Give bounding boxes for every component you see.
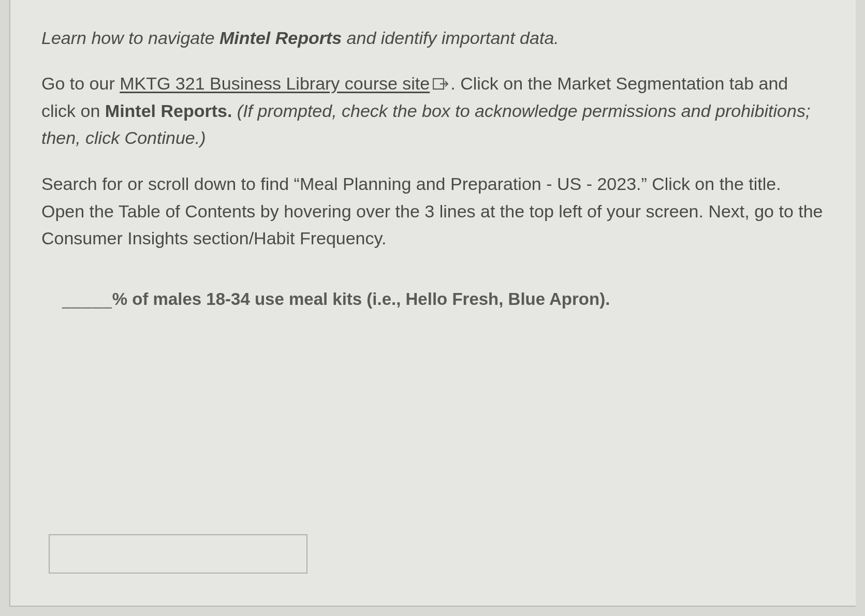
intro-text: Learn how to navigate Mintel Reports and… <box>41 25 825 51</box>
intro-bold: Mintel Reports <box>219 28 342 48</box>
p1-bold: Mintel Reports. <box>105 101 232 121</box>
question-card: Learn how to navigate Mintel Reports and… <box>9 0 856 607</box>
fill-blank: _____ <box>62 289 112 309</box>
question-text: _____% of males 18-34 use meal kits (i.e… <box>41 289 825 309</box>
instructions-para-2: Search for or scroll down to find “Meal … <box>41 170 825 252</box>
intro-suffix: and identify important data. <box>342 28 559 48</box>
external-link-icon <box>433 77 448 91</box>
question-body: % of males 18-34 use meal kits (i.e., He… <box>112 289 610 309</box>
course-site-link[interactable]: MKTG 321 Business Library course site <box>120 74 430 93</box>
instructions-para-1: Go to our MKTG 321 Business Library cour… <box>41 70 825 152</box>
p1-before-link: Go to our <box>41 74 120 93</box>
answer-input[interactable] <box>49 534 307 574</box>
intro-prefix: Learn how to navigate <box>41 28 219 48</box>
